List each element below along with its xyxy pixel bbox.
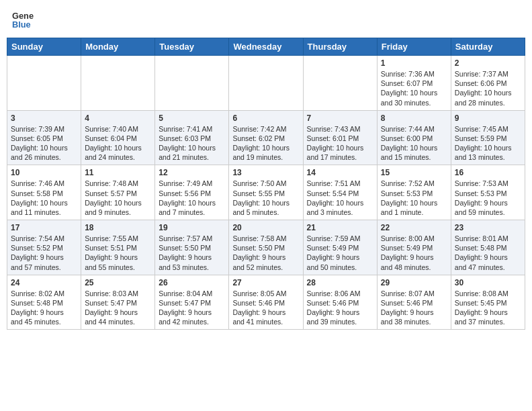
calendar-week-row: 10Sunrise: 7:46 AM Sunset: 5:58 PM Dayli… <box>7 165 525 220</box>
page-header: General Blue <box>7 7 525 34</box>
day-number: 23 <box>455 223 521 232</box>
weekday-header-thursday: Thursday <box>303 38 377 56</box>
day-number: 3 <box>11 113 77 123</box>
calendar-cell: 17Sunrise: 7:54 AM Sunset: 5:52 PM Dayli… <box>7 220 81 275</box>
day-number: 21 <box>307 223 373 232</box>
calendar-cell <box>303 56 377 111</box>
calendar-cell: 11Sunrise: 7:48 AM Sunset: 5:57 PM Dayli… <box>81 165 155 220</box>
day-info: Sunrise: 7:50 AM Sunset: 5:55 PM Dayligh… <box>232 179 299 217</box>
calendar-cell: 5Sunrise: 7:41 AM Sunset: 6:03 PM Daylig… <box>155 110 229 165</box>
day-info: Sunrise: 7:57 AM Sunset: 5:50 PM Dayligh… <box>159 234 225 272</box>
day-info: Sunrise: 8:07 AM Sunset: 5:46 PM Dayligh… <box>381 289 447 327</box>
day-info: Sunrise: 7:52 AM Sunset: 5:53 PM Dayligh… <box>381 179 447 217</box>
day-info: Sunrise: 7:43 AM Sunset: 6:01 PM Dayligh… <box>307 124 373 163</box>
day-info: Sunrise: 7:53 AM Sunset: 5:53 PM Dayligh… <box>455 179 521 217</box>
day-info: Sunrise: 7:59 AM Sunset: 5:49 PM Dayligh… <box>307 234 373 272</box>
day-info: Sunrise: 7:45 AM Sunset: 5:59 PM Dayligh… <box>455 124 521 163</box>
day-info: Sunrise: 8:06 AM Sunset: 5:46 PM Dayligh… <box>307 289 373 327</box>
logo: General Blue <box>12 9 34 31</box>
day-info: Sunrise: 7:39 AM Sunset: 6:05 PM Dayligh… <box>11 124 77 163</box>
day-number: 16 <box>455 168 521 177</box>
day-info: Sunrise: 8:01 AM Sunset: 5:48 PM Dayligh… <box>455 234 521 272</box>
calendar-cell: 13Sunrise: 7:50 AM Sunset: 5:55 PM Dayli… <box>229 165 303 220</box>
weekday-header-monday: Monday <box>81 38 155 56</box>
calendar-cell: 14Sunrise: 7:51 AM Sunset: 5:54 PM Dayli… <box>303 165 377 220</box>
calendar-header: SundayMondayTuesdayWednesdayThursdayFrid… <box>7 38 525 56</box>
svg-text:Blue: Blue <box>12 19 31 30</box>
day-number: 12 <box>159 168 225 177</box>
day-number: 1 <box>381 58 447 68</box>
calendar-cell: 8Sunrise: 7:44 AM Sunset: 6:00 PM Daylig… <box>377 110 451 165</box>
calendar-cell: 26Sunrise: 8:04 AM Sunset: 5:47 PM Dayli… <box>155 275 229 330</box>
day-number: 27 <box>232 278 299 287</box>
day-number: 17 <box>11 223 77 232</box>
day-info: Sunrise: 7:58 AM Sunset: 5:50 PM Dayligh… <box>232 234 299 272</box>
day-info: Sunrise: 8:02 AM Sunset: 5:48 PM Dayligh… <box>11 289 77 327</box>
calendar-cell <box>229 56 303 111</box>
day-info: Sunrise: 7:40 AM Sunset: 6:04 PM Dayligh… <box>85 124 151 163</box>
weekday-header-saturday: Saturday <box>451 38 525 56</box>
calendar-cell: 16Sunrise: 7:53 AM Sunset: 5:53 PM Dayli… <box>451 165 525 220</box>
day-info: Sunrise: 7:49 AM Sunset: 5:56 PM Dayligh… <box>159 179 225 217</box>
day-number: 24 <box>11 278 77 287</box>
day-info: Sunrise: 7:41 AM Sunset: 6:03 PM Dayligh… <box>159 124 225 163</box>
day-number: 5 <box>159 113 225 123</box>
day-number: 9 <box>455 113 521 123</box>
calendar-cell: 28Sunrise: 8:06 AM Sunset: 5:46 PM Dayli… <box>303 275 377 330</box>
day-info: Sunrise: 7:54 AM Sunset: 5:52 PM Dayligh… <box>11 234 77 272</box>
calendar-cell: 15Sunrise: 7:52 AM Sunset: 5:53 PM Dayli… <box>377 165 451 220</box>
calendar-cell: 30Sunrise: 8:08 AM Sunset: 5:45 PM Dayli… <box>451 275 525 330</box>
calendar-body: 1Sunrise: 7:36 AM Sunset: 6:07 PM Daylig… <box>7 56 525 330</box>
day-info: Sunrise: 7:44 AM Sunset: 6:00 PM Dayligh… <box>381 124 447 163</box>
weekday-header-sunday: Sunday <box>7 38 81 56</box>
weekday-header-tuesday: Tuesday <box>155 38 229 56</box>
day-info: Sunrise: 7:37 AM Sunset: 6:06 PM Dayligh… <box>455 69 521 107</box>
calendar-cell <box>155 56 229 111</box>
calendar-cell <box>7 56 81 111</box>
day-info: Sunrise: 7:46 AM Sunset: 5:58 PM Dayligh… <box>11 179 77 217</box>
calendar-cell: 10Sunrise: 7:46 AM Sunset: 5:58 PM Dayli… <box>7 165 81 220</box>
day-number: 10 <box>11 168 77 177</box>
calendar-cell: 29Sunrise: 8:07 AM Sunset: 5:46 PM Dayli… <box>377 275 451 330</box>
day-number: 14 <box>307 168 373 177</box>
calendar-week-row: 3Sunrise: 7:39 AM Sunset: 6:05 PM Daylig… <box>7 110 525 165</box>
calendar-cell: 18Sunrise: 7:55 AM Sunset: 5:51 PM Dayli… <box>81 220 155 275</box>
day-number: 28 <box>307 278 373 287</box>
day-number: 20 <box>232 223 299 232</box>
calendar-cell: 27Sunrise: 8:05 AM Sunset: 5:46 PM Dayli… <box>229 275 303 330</box>
day-info: Sunrise: 8:00 AM Sunset: 5:49 PM Dayligh… <box>381 234 447 272</box>
day-number: 2 <box>455 58 521 68</box>
calendar-cell <box>81 56 155 111</box>
day-number: 29 <box>381 278 447 287</box>
day-info: Sunrise: 7:42 AM Sunset: 6:02 PM Dayligh… <box>232 124 299 163</box>
calendar-cell: 20Sunrise: 7:58 AM Sunset: 5:50 PM Dayli… <box>229 220 303 275</box>
day-number: 13 <box>232 168 299 177</box>
weekday-header-friday: Friday <box>377 38 451 56</box>
calendar-cell: 19Sunrise: 7:57 AM Sunset: 5:50 PM Dayli… <box>155 220 229 275</box>
calendar-cell: 21Sunrise: 7:59 AM Sunset: 5:49 PM Dayli… <box>303 220 377 275</box>
day-number: 6 <box>232 113 299 123</box>
day-info: Sunrise: 7:48 AM Sunset: 5:57 PM Dayligh… <box>85 179 151 217</box>
logo-icon: General Blue <box>12 9 34 31</box>
calendar-cell: 25Sunrise: 8:03 AM Sunset: 5:47 PM Dayli… <box>81 275 155 330</box>
day-info: Sunrise: 8:03 AM Sunset: 5:47 PM Dayligh… <box>85 289 151 327</box>
day-info: Sunrise: 8:04 AM Sunset: 5:47 PM Dayligh… <box>159 289 225 327</box>
day-number: 19 <box>159 223 225 232</box>
day-info: Sunrise: 7:36 AM Sunset: 6:07 PM Dayligh… <box>381 69 447 107</box>
calendar-week-row: 17Sunrise: 7:54 AM Sunset: 5:52 PM Dayli… <box>7 220 525 275</box>
day-number: 4 <box>85 113 151 123</box>
weekday-header-row: SundayMondayTuesdayWednesdayThursdayFrid… <box>7 38 525 56</box>
calendar-cell: 6Sunrise: 7:42 AM Sunset: 6:02 PM Daylig… <box>229 110 303 165</box>
calendar-cell: 1Sunrise: 7:36 AM Sunset: 6:07 PM Daylig… <box>377 56 451 111</box>
calendar-cell: 7Sunrise: 7:43 AM Sunset: 6:01 PM Daylig… <box>303 110 377 165</box>
calendar-cell: 23Sunrise: 8:01 AM Sunset: 5:48 PM Dayli… <box>451 220 525 275</box>
day-info: Sunrise: 8:08 AM Sunset: 5:45 PM Dayligh… <box>455 289 521 327</box>
calendar-table: SundayMondayTuesdayWednesdayThursdayFrid… <box>7 38 525 330</box>
day-number: 22 <box>381 223 447 232</box>
calendar-cell: 4Sunrise: 7:40 AM Sunset: 6:04 PM Daylig… <box>81 110 155 165</box>
day-info: Sunrise: 7:51 AM Sunset: 5:54 PM Dayligh… <box>307 179 373 217</box>
day-number: 11 <box>85 168 151 177</box>
day-number: 25 <box>85 278 151 287</box>
calendar-week-row: 1Sunrise: 7:36 AM Sunset: 6:07 PM Daylig… <box>7 56 525 111</box>
calendar-week-row: 24Sunrise: 8:02 AM Sunset: 5:48 PM Dayli… <box>7 275 525 330</box>
